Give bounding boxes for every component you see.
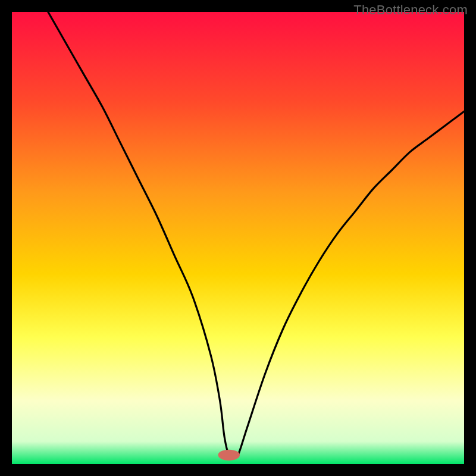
bottleneck-chart [12,12,464,464]
gradient-background [12,12,464,464]
chart-frame [12,12,464,464]
watermark-text: TheBottleneck.com [353,2,468,18]
optimum-marker [218,450,240,461]
